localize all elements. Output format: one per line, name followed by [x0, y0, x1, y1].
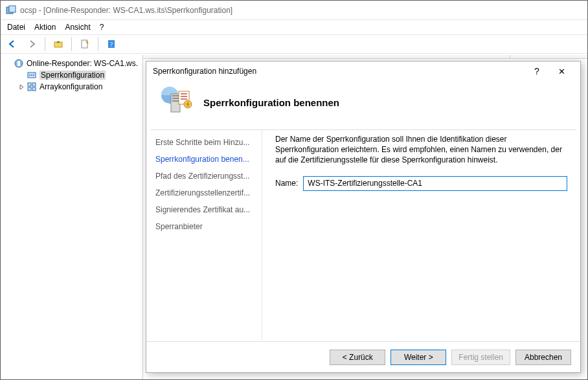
dialog-titlebar: Sperrkonfiguration hinzufügen ? ✕: [146, 61, 580, 81]
toolbar-separator: [45, 37, 45, 51]
svg-rect-19: [172, 98, 179, 99]
svg-rect-1: [9, 6, 16, 12]
mmc-window: ocsp - [Online-Responder: WS-CA1.ws.its\…: [0, 0, 588, 380]
app-icon: [6, 5, 16, 16]
svg-rect-20: [172, 100, 179, 102]
dialog-footer: < Zurück Weiter > Fertig stellen Abbrech…: [146, 341, 580, 372]
svg-point-10: [31, 74, 32, 76]
wizard-icon: [159, 85, 193, 120]
dialog-body: Erste Schritte beim Hinzu... Sperrkonfig…: [146, 130, 580, 340]
toolbar-separator: [71, 37, 72, 51]
svg-rect-13: [32, 83, 36, 86]
step-name[interactable]: Sperrkonfiguration benen...: [155, 151, 259, 168]
svg-point-9: [29, 74, 30, 76]
tree-node-arraykonfiguration[interactable]: Arraykonfiguration: [1, 81, 142, 93]
step-ca-path[interactable]: Pfad des Zertifizierungsst...: [155, 168, 259, 184]
dialog-help-button[interactable]: ?: [525, 63, 549, 80]
toolbar: ?: [1, 34, 587, 54]
step-ca-cert[interactable]: Zertifizierungsstellenzertif...: [155, 184, 259, 201]
finish-button: Fertig stellen: [451, 350, 510, 365]
back-button[interactable]: < Zurück: [330, 350, 385, 365]
forward-button[interactable]: [24, 36, 40, 52]
svg-rect-2: [54, 42, 62, 47]
tree-root[interactable]: Online-Responder: WS-CA1.ws.: [1, 58, 142, 69]
step-signing-cert[interactable]: Signierendes Zertifikat au...: [155, 201, 259, 218]
up-folder-button[interactable]: [51, 36, 66, 52]
responder-icon: [14, 58, 24, 69]
menu-view[interactable]: Ansicht: [65, 23, 90, 32]
tree-pane: Online-Responder: WS-CA1.ws. Sperrkonfig…: [1, 55, 143, 379]
toolbar-separator: [98, 37, 98, 51]
help-button[interactable]: ?: [104, 36, 119, 52]
window-title: ocsp - [Online-Responder: WS-CA1.ws.its\…: [20, 6, 232, 15]
dialog-close-button[interactable]: ✕: [549, 63, 574, 80]
tree-node-sperrkonfiguration[interactable]: Sperrkonfiguration: [1, 69, 142, 81]
dialog-header: Sperrkonfiguration benennen: [146, 81, 580, 129]
wizard-steps: Erste Schritte beim Hinzu... Sperrkonfig…: [146, 130, 262, 340]
step-intro[interactable]: Erste Schritte beim Hinzu...: [155, 134, 259, 151]
config-icon: [27, 70, 37, 80]
next-button[interactable]: Weiter >: [390, 350, 446, 365]
properties-button[interactable]: [77, 36, 93, 52]
array-icon: [27, 82, 37, 92]
name-label: Name:: [275, 179, 298, 188]
svg-rect-12: [28, 83, 31, 86]
name-input[interactable]: [303, 176, 567, 191]
actions-header-strip: [510, 55, 587, 59]
back-button[interactable]: [5, 36, 20, 52]
cancel-button[interactable]: Abbrechen: [515, 350, 571, 365]
menubar: Datei Aktion Ansicht ?: [1, 20, 587, 34]
step-provider[interactable]: Sperranbieter: [155, 218, 259, 235]
wizard-dialog: Sperrkonfiguration hinzufügen ? ✕: [146, 61, 581, 373]
svg-rect-14: [28, 87, 31, 91]
svg-text:?: ?: [110, 41, 113, 48]
svg-rect-15: [32, 87, 36, 91]
titlebar: ocsp - [Online-Responder: WS-CA1.ws.its\…: [1, 1, 587, 20]
svg-point-11: [33, 74, 34, 76]
menu-action[interactable]: Aktion: [34, 23, 56, 32]
svg-rect-18: [172, 95, 179, 96]
wizard-pane: Der Name der Sperrkonfiguration soll Ihn…: [262, 130, 580, 340]
chevron-right-icon[interactable]: [17, 84, 25, 90]
menu-help[interactable]: ?: [100, 23, 104, 32]
svg-rect-7: [17, 61, 20, 66]
dialog-title: Sperrkonfiguration hinzufügen: [153, 67, 256, 76]
dialog-heading: Sperrkonfiguration benennen: [203, 97, 339, 108]
name-field-row: Name:: [275, 176, 567, 191]
svg-rect-22: [181, 93, 187, 95]
menu-file[interactable]: Datei: [7, 23, 25, 32]
svg-rect-24: [181, 98, 187, 100]
description-text: Der Name der Sperrkonfiguration soll Ihn…: [275, 134, 567, 166]
svg-rect-23: [181, 96, 187, 97]
